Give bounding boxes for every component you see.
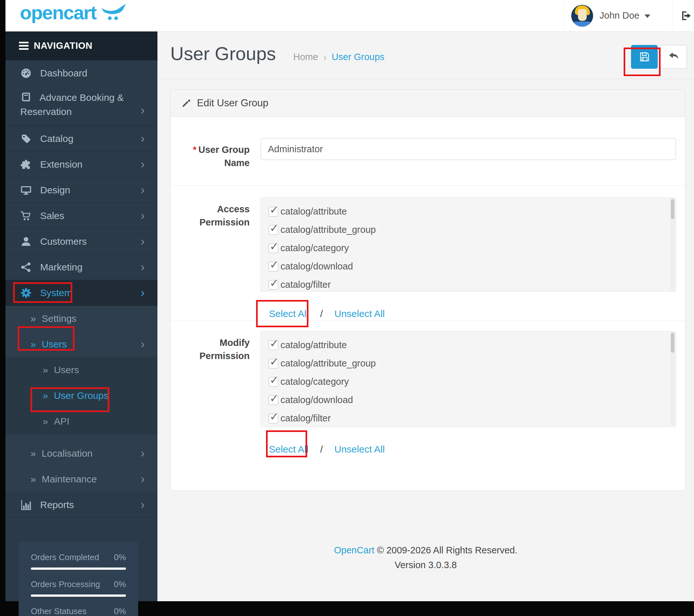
opencart-logo[interactable]: opencart [20,3,128,22]
logout-button[interactable] [672,0,694,31]
chevron-right-icon [141,499,145,511]
chevron-right-icon [141,287,145,299]
modify-select-all-link[interactable]: Select All [269,444,308,454]
user-group-name-input[interactable] [260,138,676,160]
sidebar-item-extension[interactable]: Extension [5,152,158,177]
breadcrumb-current[interactable]: User Groups [332,52,384,62]
checkbox-checked[interactable] [269,207,278,217]
checkbox-checked[interactable] [269,243,278,253]
avatar-face [578,9,587,21]
checkbox-checked[interactable] [269,225,278,235]
stat-orders-completed: Orders Completed 0% [31,553,126,570]
sidebar-item-customers[interactable]: Customers [5,229,158,254]
modify-permission-list[interactable]: catalog/attribute catalog/attribute_grou… [260,331,676,427]
version-text: Version 3.0.3.8 [158,558,694,572]
checkbox-checked[interactable] [269,377,278,387]
stat-value: 0% [114,579,126,589]
chevron-right-icon [141,133,145,145]
floppy-disk-icon [638,51,651,63]
checkbox-checked[interactable] [269,262,278,272]
opencart-link[interactable]: OpenCart [334,545,374,555]
submenu-spacer [5,434,158,441]
sidebar-item-settings[interactable]: Settings [5,306,158,332]
permission-item[interactable]: catalog/attribute_group [269,221,676,239]
user-name: John Doe [600,10,639,21]
hamburger-icon [19,42,29,50]
permission-item[interactable]: catalog/category [269,239,676,257]
chevron-right-icon [141,338,145,350]
copyright-text: © 2009-2026 All Rights Reserved. [377,545,517,555]
sidebar-item-api[interactable]: API [5,409,158,434]
tag-icon [20,133,32,145]
sidebar-item-users-group[interactable]: Users [5,332,158,357]
form-row-access: Access Permission catalog/attribute cata… [170,185,685,320]
caret-down-icon [644,15,650,18]
form-row-modify: Modify Permission catalog/attribute cata… [170,320,685,456]
panel-heading: Edit User Group [170,90,685,117]
checkbox-checked[interactable] [269,395,278,405]
double-angle-icon [43,365,48,375]
checkbox-checked[interactable] [269,359,278,368]
avatar [571,5,593,27]
stat-value: 0% [114,606,126,616]
gear-icon [20,287,32,299]
page-header: User Groups Home User Groups [158,31,694,79]
permission-item[interactable]: catalog/download [269,257,676,276]
double-angle-icon [31,474,36,485]
sidebar-item-user-groups[interactable]: User Groups [5,383,158,409]
permission-item[interactable]: catalog/attribute [269,202,676,221]
double-angle-icon [31,339,36,350]
user-icon [20,236,32,247]
puzzle-icon [20,158,32,170]
stat-label: Orders Processing [31,579,100,589]
scrollbar-track[interactable] [670,332,675,426]
sidebar-navigation: NAVIGATION Dashboard Advance Booking & R… [5,31,158,601]
permission-item[interactable]: catalog/attribute [269,336,676,354]
scrollbar-track[interactable] [670,199,675,291]
sign-out-icon [680,10,692,21]
main-content: User Groups Home User Groups [158,31,694,601]
sidebar-item-design[interactable]: Design [5,177,158,203]
cart-icon [20,210,32,222]
pencil-icon [182,98,191,108]
sidebar-item-localisation[interactable]: Localisation [5,441,158,466]
share-icon [20,261,32,273]
sidebar-item-dashboard[interactable]: Dashboard [5,60,158,86]
permission-item[interactable]: catalog/filter [269,276,676,292]
sidebar-item-marketing[interactable]: Marketing [5,254,158,280]
sidebar-nav-header[interactable]: NAVIGATION [5,31,158,60]
scrollbar-thumb[interactable] [671,333,674,353]
access-select-all-link[interactable]: Select All [269,308,308,319]
sidebar-item-advance-booking[interactable]: Advance Booking & Reservation [5,86,158,126]
sidebar-item-sales[interactable]: Sales [5,203,158,229]
access-permission-list[interactable]: catalog/attribute catalog/attribute_grou… [260,198,676,292]
chevron-right-icon [141,105,145,116]
sidebar-item-reports[interactable]: Reports [5,492,158,518]
modify-unselect-all-link[interactable]: Unselect All [334,444,385,455]
required-asterisk: * [193,145,196,155]
checkbox-checked[interactable] [269,280,278,290]
field-label: Modify Permission [177,331,260,456]
sidebar-item-catalog[interactable]: Catalog [5,126,158,152]
form-row-name: *User Group Name [170,117,685,185]
chevron-right-icon [141,210,145,222]
back-button[interactable] [660,45,687,69]
permission-item[interactable]: catalog/category [269,373,676,391]
sidebar-item-maintenance[interactable]: Maintenance [5,466,158,492]
permission-item[interactable]: catalog/download [269,391,676,409]
checkbox-checked[interactable] [269,414,278,423]
separator-text: / [320,444,323,455]
save-button[interactable] [631,45,658,69]
sidebar-item-system[interactable]: System [5,280,158,306]
sidebar-item-users[interactable]: Users [5,357,158,383]
checkbox-checked[interactable] [269,340,278,350]
scrollbar-thumb[interactable] [671,199,674,219]
field-label: Access Permission [177,198,260,320]
chevron-right-icon [141,158,145,170]
page-title: User Groups [170,43,276,64]
permission-item[interactable]: catalog/attribute_group [269,354,676,373]
breadcrumb-home[interactable]: Home [293,52,318,62]
user-menu[interactable]: John Doe [565,0,672,31]
permission-item[interactable]: catalog/filter [269,409,676,427]
access-unselect-all-link[interactable]: Unselect All [334,308,385,319]
